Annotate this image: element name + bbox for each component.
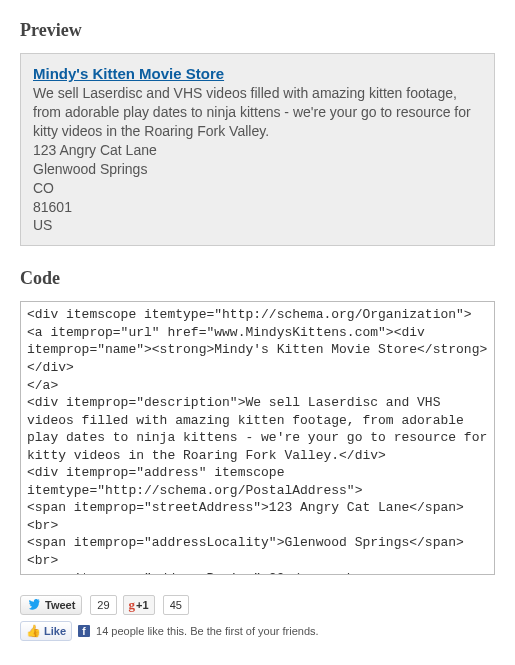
gplus-label: +1 — [136, 599, 149, 611]
code-textarea[interactable] — [20, 301, 495, 575]
tweet-label: Tweet — [45, 599, 75, 611]
gplus-button[interactable]: g +1 — [123, 595, 155, 615]
tweet-count: 29 — [90, 595, 116, 615]
preview-city: Glenwood Springs — [33, 161, 147, 177]
preview-street: 123 Angry Cat Lane — [33, 142, 157, 158]
code-heading: Code — [20, 268, 495, 289]
like-message: 14 people like this. Be the first of you… — [96, 625, 319, 637]
preview-region: CO — [33, 180, 54, 196]
like-button[interactable]: 👍 Like — [20, 621, 72, 641]
preview-description: We sell Laserdisc and VHS videos filled … — [33, 85, 471, 139]
twitter-icon — [27, 599, 41, 611]
gplus-count: 45 — [163, 595, 189, 615]
facebook-icon: f — [78, 625, 90, 637]
preview-store-link[interactable]: Mindy's Kitten Movie Store — [33, 65, 224, 82]
preview-heading: Preview — [20, 20, 495, 41]
preview-box: Mindy's Kitten Movie Store We sell Laser… — [20, 53, 495, 246]
share-row: Tweet 29 g +1 45 — [20, 595, 495, 615]
like-label: Like — [44, 625, 66, 637]
google-g-icon: g — [129, 597, 136, 613]
tweet-button[interactable]: Tweet — [20, 595, 82, 615]
preview-postal: 81601 — [33, 199, 72, 215]
thumb-icon: 👍 — [26, 624, 41, 638]
preview-country: US — [33, 217, 52, 233]
like-row: 👍 Like f 14 people like this. Be the fir… — [20, 621, 495, 641]
